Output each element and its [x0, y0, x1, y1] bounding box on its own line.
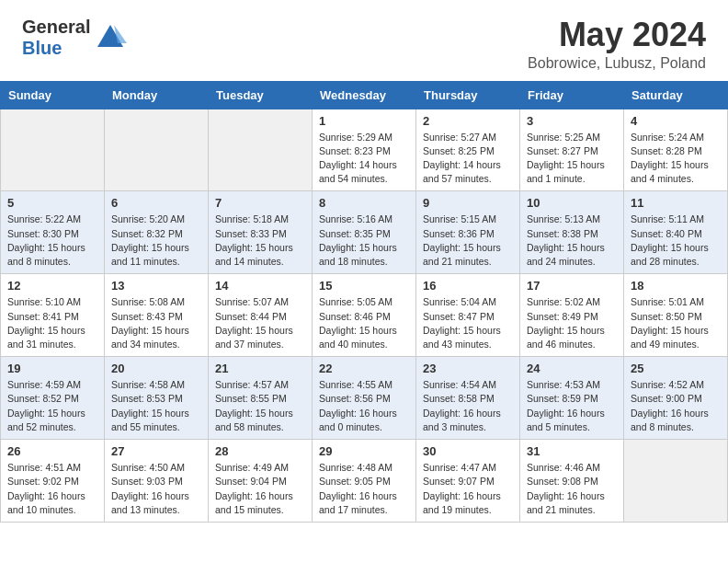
- col-thursday: Thursday: [416, 81, 520, 109]
- day-number: 13: [111, 279, 201, 293]
- calendar-day-cell: [624, 440, 728, 523]
- calendar-day-cell: 16Sunrise: 5:04 AM Sunset: 8:47 PM Dayli…: [416, 274, 520, 357]
- day-number: 14: [215, 279, 305, 293]
- day-number: 19: [7, 362, 97, 375]
- calendar-day-cell: 19Sunrise: 4:59 AM Sunset: 8:52 PM Dayli…: [1, 357, 105, 440]
- day-number: 10: [527, 196, 617, 210]
- logo: General Blue: [22, 17, 127, 59]
- calendar-day-cell: 10Sunrise: 5:13 AM Sunset: 8:38 PM Dayli…: [520, 191, 624, 274]
- day-number: 7: [215, 196, 305, 210]
- day-info: Sunrise: 4:51 AM Sunset: 9:02 PM Dayligh…: [7, 461, 97, 517]
- col-tuesday: Tuesday: [209, 81, 313, 109]
- day-number: 2: [423, 114, 513, 128]
- col-sunday: Sunday: [1, 81, 105, 109]
- calendar-day-cell: 21Sunrise: 4:57 AM Sunset: 8:55 PM Dayli…: [209, 357, 313, 440]
- day-number: 20: [111, 362, 201, 375]
- day-info: Sunrise: 5:18 AM Sunset: 8:33 PM Dayligh…: [215, 213, 305, 269]
- day-info: Sunrise: 4:48 AM Sunset: 9:05 PM Dayligh…: [319, 461, 409, 517]
- calendar-day-cell: 28Sunrise: 4:49 AM Sunset: 9:04 PM Dayli…: [209, 440, 313, 523]
- day-info: Sunrise: 4:53 AM Sunset: 8:59 PM Dayligh…: [527, 378, 617, 434]
- calendar-day-cell: 18Sunrise: 5:01 AM Sunset: 8:50 PM Dayli…: [624, 274, 728, 357]
- page-header: General Blue May 2024 Bobrowice, Lubusz,…: [0, 0, 728, 81]
- day-info: Sunrise: 4:59 AM Sunset: 8:52 PM Dayligh…: [7, 378, 97, 434]
- day-info: Sunrise: 4:58 AM Sunset: 8:53 PM Dayligh…: [111, 378, 201, 434]
- day-number: 4: [631, 114, 721, 128]
- day-info: Sunrise: 4:55 AM Sunset: 8:56 PM Dayligh…: [319, 378, 409, 434]
- day-number: 25: [631, 362, 721, 375]
- day-info: Sunrise: 5:10 AM Sunset: 8:41 PM Dayligh…: [7, 295, 97, 351]
- day-info: Sunrise: 5:20 AM Sunset: 8:32 PM Dayligh…: [111, 213, 201, 269]
- day-info: Sunrise: 5:16 AM Sunset: 8:35 PM Dayligh…: [319, 213, 409, 269]
- calendar-week-row: 19Sunrise: 4:59 AM Sunset: 8:52 PM Dayli…: [1, 357, 728, 440]
- day-info: Sunrise: 5:13 AM Sunset: 8:38 PM Dayligh…: [527, 213, 617, 269]
- day-number: 23: [423, 362, 513, 375]
- logo-general-text: General: [22, 17, 90, 38]
- day-number: 11: [631, 196, 721, 210]
- calendar-title: May 2024: [528, 17, 706, 53]
- calendar-day-cell: 11Sunrise: 5:11 AM Sunset: 8:40 PM Dayli…: [624, 191, 728, 274]
- day-number: 1: [319, 114, 409, 128]
- day-info: Sunrise: 5:25 AM Sunset: 8:27 PM Dayligh…: [527, 131, 617, 187]
- calendar-day-cell: 7Sunrise: 5:18 AM Sunset: 8:33 PM Daylig…: [209, 191, 313, 274]
- day-info: Sunrise: 5:15 AM Sunset: 8:36 PM Dayligh…: [423, 213, 513, 269]
- calendar-day-cell: 15Sunrise: 5:05 AM Sunset: 8:46 PM Dayli…: [313, 274, 416, 357]
- day-number: 5: [7, 196, 97, 210]
- col-monday: Monday: [105, 81, 209, 109]
- day-number: 24: [527, 362, 617, 375]
- day-info: Sunrise: 4:52 AM Sunset: 9:00 PM Dayligh…: [631, 378, 721, 434]
- calendar-table: Sunday Monday Tuesday Wednesday Thursday…: [0, 81, 728, 523]
- day-number: 16: [423, 279, 513, 293]
- calendar-day-cell: 29Sunrise: 4:48 AM Sunset: 9:05 PM Dayli…: [313, 440, 416, 523]
- calendar-day-cell: 5Sunrise: 5:22 AM Sunset: 8:30 PM Daylig…: [1, 191, 105, 274]
- calendar-day-cell: [1, 109, 105, 191]
- calendar-header-row: Sunday Monday Tuesday Wednesday Thursday…: [1, 81, 728, 109]
- day-info: Sunrise: 5:01 AM Sunset: 8:50 PM Dayligh…: [631, 295, 721, 351]
- calendar-day-cell: 25Sunrise: 4:52 AM Sunset: 9:00 PM Dayli…: [624, 357, 728, 440]
- day-number: 29: [319, 444, 409, 458]
- calendar-day-cell: 30Sunrise: 4:47 AM Sunset: 9:07 PM Dayli…: [416, 440, 520, 523]
- calendar-week-row: 5Sunrise: 5:22 AM Sunset: 8:30 PM Daylig…: [1, 191, 728, 274]
- day-info: Sunrise: 5:07 AM Sunset: 8:44 PM Dayligh…: [215, 295, 305, 351]
- day-number: 8: [319, 196, 409, 210]
- calendar-day-cell: 22Sunrise: 4:55 AM Sunset: 8:56 PM Dayli…: [313, 357, 416, 440]
- day-number: 30: [423, 444, 513, 458]
- calendar-location: Bobrowice, Lubusz, Poland: [528, 55, 706, 72]
- day-number: 28: [215, 444, 305, 458]
- day-number: 31: [527, 444, 617, 458]
- calendar-day-cell: 4Sunrise: 5:24 AM Sunset: 8:28 PM Daylig…: [624, 109, 728, 191]
- day-info: Sunrise: 4:50 AM Sunset: 9:03 PM Dayligh…: [111, 461, 201, 517]
- day-info: Sunrise: 5:27 AM Sunset: 8:25 PM Dayligh…: [423, 131, 513, 187]
- day-number: 6: [111, 196, 201, 210]
- day-info: Sunrise: 4:54 AM Sunset: 8:58 PM Dayligh…: [423, 378, 513, 434]
- calendar-day-cell: 14Sunrise: 5:07 AM Sunset: 8:44 PM Dayli…: [209, 274, 313, 357]
- day-info: Sunrise: 4:47 AM Sunset: 9:07 PM Dayligh…: [423, 461, 513, 517]
- day-info: Sunrise: 4:57 AM Sunset: 8:55 PM Dayligh…: [215, 378, 305, 434]
- calendar-week-row: 26Sunrise: 4:51 AM Sunset: 9:02 PM Dayli…: [1, 440, 728, 523]
- day-number: 17: [527, 279, 617, 293]
- day-info: Sunrise: 5:08 AM Sunset: 8:43 PM Dayligh…: [111, 295, 201, 351]
- calendar-day-cell: 24Sunrise: 4:53 AM Sunset: 8:59 PM Dayli…: [520, 357, 624, 440]
- title-block: May 2024 Bobrowice, Lubusz, Poland: [528, 17, 706, 72]
- day-number: 12: [7, 279, 97, 293]
- day-number: 26: [7, 444, 97, 458]
- calendar-day-cell: 31Sunrise: 4:46 AM Sunset: 9:08 PM Dayli…: [520, 440, 624, 523]
- calendar-day-cell: 12Sunrise: 5:10 AM Sunset: 8:41 PM Dayli…: [1, 274, 105, 357]
- logo-blue-text: Blue: [22, 38, 90, 59]
- day-number: 18: [631, 279, 721, 293]
- day-info: Sunrise: 5:29 AM Sunset: 8:23 PM Dayligh…: [319, 131, 409, 187]
- calendar-day-cell: 17Sunrise: 5:02 AM Sunset: 8:49 PM Dayli…: [520, 274, 624, 357]
- day-info: Sunrise: 5:05 AM Sunset: 8:46 PM Dayligh…: [319, 295, 409, 351]
- day-number: 3: [527, 114, 617, 128]
- day-number: 9: [423, 196, 513, 210]
- calendar-day-cell: 1Sunrise: 5:29 AM Sunset: 8:23 PM Daylig…: [313, 109, 416, 191]
- col-friday: Friday: [520, 81, 624, 109]
- day-info: Sunrise: 5:02 AM Sunset: 8:49 PM Dayligh…: [527, 295, 617, 351]
- logo-icon: [94, 21, 127, 54]
- calendar-day-cell: 23Sunrise: 4:54 AM Sunset: 8:58 PM Dayli…: [416, 357, 520, 440]
- day-info: Sunrise: 5:11 AM Sunset: 8:40 PM Dayligh…: [631, 213, 721, 269]
- day-number: 21: [215, 362, 305, 375]
- col-wednesday: Wednesday: [313, 81, 416, 109]
- day-info: Sunrise: 5:24 AM Sunset: 8:28 PM Dayligh…: [631, 131, 721, 187]
- day-info: Sunrise: 4:46 AM Sunset: 9:08 PM Dayligh…: [527, 461, 617, 517]
- calendar-day-cell: [105, 109, 209, 191]
